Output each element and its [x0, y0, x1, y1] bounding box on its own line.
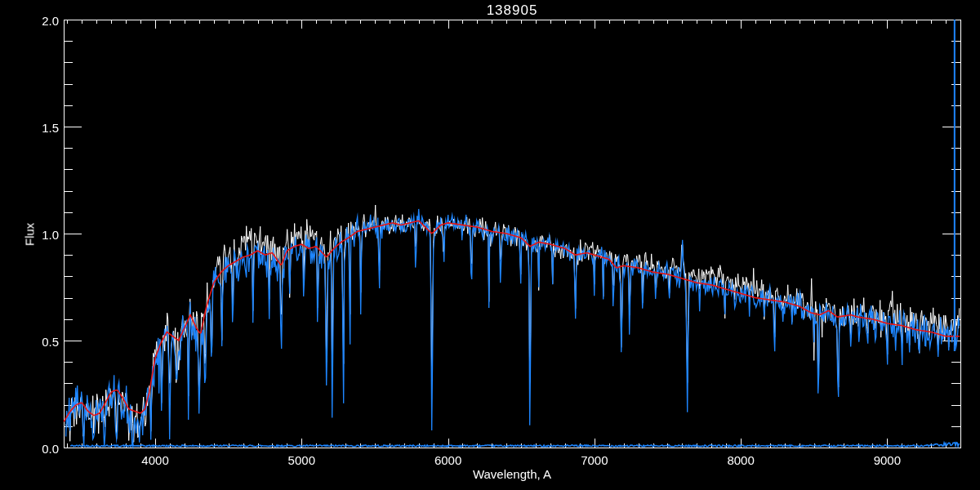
spectrum-figure: 138905 Flux Wavelength, A: [0, 0, 980, 490]
y-axis-label: Flux: [23, 223, 37, 246]
x-axis-label: Wavelength, A: [64, 467, 960, 481]
plot-title: 138905: [64, 2, 960, 19]
spectrum-plot-canvas: [0, 0, 980, 490]
